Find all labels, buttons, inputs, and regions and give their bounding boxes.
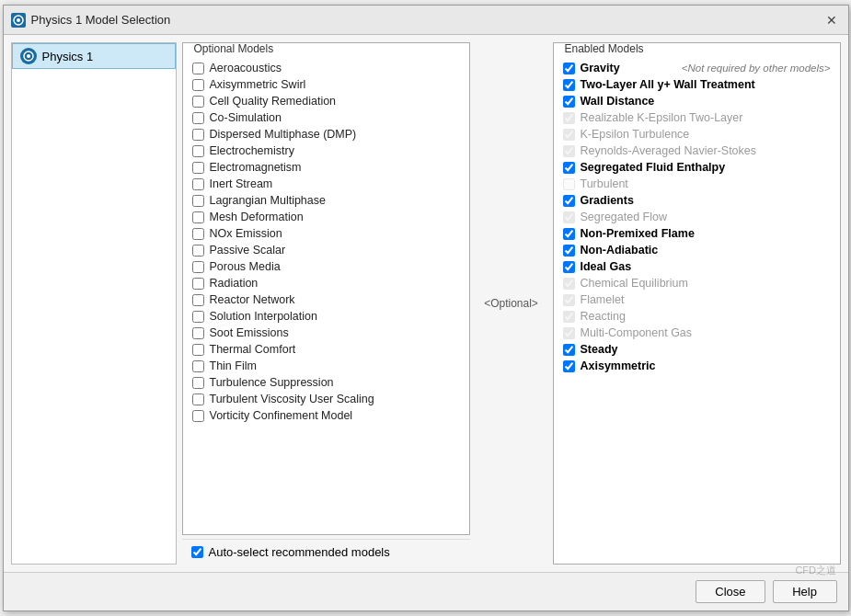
optional-model-item[interactable]: Aeroacoustics xyxy=(183,60,469,76)
optional-model-item[interactable]: Porous Media xyxy=(183,258,469,275)
panels-wrapper: Optional Models AeroacousticsAxisymmetri… xyxy=(182,42,841,565)
close-dialog-button[interactable]: Close xyxy=(696,580,765,603)
enabled-model-checkbox[interactable] xyxy=(563,228,575,240)
optional-model-item[interactable]: Solution Interpolation xyxy=(183,308,469,325)
optional-model-item[interactable]: NOx Emission xyxy=(183,225,469,242)
optional-model-item[interactable]: Cell Quality Remediation xyxy=(183,93,469,109)
optional-model-checkbox[interactable] xyxy=(192,112,204,124)
enabled-model-checkbox[interactable] xyxy=(563,63,575,74)
enabled-model-item[interactable]: Non-Premixed Flame xyxy=(554,225,840,242)
optional-model-label[interactable]: Electrochemistry xyxy=(210,144,294,157)
enabled-model-checkbox[interactable] xyxy=(563,162,575,174)
optional-model-label[interactable]: Cell Quality Remediation xyxy=(210,95,337,108)
optional-model-label[interactable]: NOx Emission xyxy=(210,227,282,240)
optional-model-item[interactable]: Turbulence Suppression xyxy=(183,374,469,391)
enabled-model-label: K-Epsilon Turbulence xyxy=(581,128,690,141)
optional-model-label[interactable]: Passive Scalar xyxy=(210,244,286,257)
optional-models-list: AeroacousticsAxisymmetric SwirlCell Qual… xyxy=(183,56,469,428)
optional-model-checkbox[interactable] xyxy=(192,63,204,74)
optional-model-label[interactable]: Mesh Deformation xyxy=(210,211,304,223)
enabled-model-checkbox[interactable] xyxy=(563,195,575,207)
optional-model-checkbox[interactable] xyxy=(192,211,204,223)
optional-model-label[interactable]: Radiation xyxy=(210,277,259,290)
optional-model-checkbox[interactable] xyxy=(192,145,204,157)
optional-model-checkbox[interactable] xyxy=(192,129,204,141)
optional-model-checkbox[interactable] xyxy=(192,228,204,240)
enabled-model-checkbox[interactable] xyxy=(563,360,575,372)
enabled-model-checkbox[interactable] xyxy=(563,96,575,108)
optional-model-checkbox[interactable] xyxy=(192,162,204,174)
optional-model-item[interactable]: Dispersed Multiphase (DMP) xyxy=(183,126,469,143)
optional-model-item[interactable]: Passive Scalar xyxy=(183,242,469,258)
optional-model-label[interactable]: Turbulence Suppression xyxy=(210,376,334,389)
close-button[interactable]: ✕ xyxy=(822,11,841,29)
optional-model-item[interactable]: Thin Film xyxy=(183,358,469,374)
optional-model-label[interactable]: Turbulent Viscosity User Scaling xyxy=(210,393,374,405)
physics-item[interactable]: Physics 1 xyxy=(12,43,176,69)
enabled-model-item[interactable]: Axisymmetric xyxy=(554,358,840,374)
optional-model-label[interactable]: Reactor Network xyxy=(210,293,295,306)
enabled-models-legend: Enabled Models xyxy=(561,42,648,55)
optional-model-checkbox[interactable] xyxy=(192,360,204,372)
optional-model-checkbox[interactable] xyxy=(192,261,204,273)
enabled-model-item[interactable]: Non-Adiabatic xyxy=(554,242,840,258)
optional-model-item[interactable]: Soot Emissions xyxy=(183,325,469,341)
enabled-model-item[interactable]: Two-Layer All y+ Wall Treatment xyxy=(554,76,840,93)
enabled-model-item[interactable]: Gravity<Not required by other models> xyxy=(554,60,840,76)
enabled-model-checkbox[interactable] xyxy=(563,245,575,257)
enabled-model-label: Ideal Gas xyxy=(581,260,632,273)
optional-model-label[interactable]: Aeroacoustics xyxy=(210,62,282,74)
optional-model-label[interactable]: Thermal Comfort xyxy=(210,343,296,356)
optional-model-label[interactable]: Axisymmetric Swirl xyxy=(210,78,306,91)
optional-model-item[interactable]: Axisymmetric Swirl xyxy=(183,76,469,93)
optional-model-item[interactable]: Electromagnetism xyxy=(183,159,469,176)
optional-model-checkbox[interactable] xyxy=(192,344,204,356)
optional-model-item[interactable]: Electrochemistry xyxy=(183,143,469,159)
optional-model-checkbox[interactable] xyxy=(192,245,204,257)
optional-model-label[interactable]: Porous Media xyxy=(210,260,281,273)
optional-model-checkbox[interactable] xyxy=(192,96,204,108)
enabled-model-item[interactable]: Wall Distance xyxy=(554,93,840,109)
enabled-model-checkbox[interactable] xyxy=(563,261,575,273)
optional-model-label[interactable]: Co-Simulation xyxy=(210,111,282,124)
optional-model-label[interactable]: Electromagnetism xyxy=(210,161,302,174)
enabled-model-item[interactable]: Gradients xyxy=(554,192,840,209)
optional-model-item[interactable]: Thermal Comfort xyxy=(183,341,469,358)
optional-model-label[interactable]: Vorticity Confinement Model xyxy=(210,409,353,422)
optional-model-item[interactable]: Reactor Network xyxy=(183,291,469,308)
optional-model-label[interactable]: Soot Emissions xyxy=(210,326,289,339)
optional-model-checkbox[interactable] xyxy=(192,278,204,290)
enabled-model-item[interactable]: Ideal Gas xyxy=(554,258,840,275)
optional-model-checkbox[interactable] xyxy=(192,327,204,339)
optional-model-label[interactable]: Lagrangian Multiphase xyxy=(210,194,326,207)
optional-model-checkbox[interactable] xyxy=(192,178,204,190)
optional-model-item[interactable]: Turbulent Viscosity User Scaling xyxy=(183,391,469,407)
optional-model-label[interactable]: Solution Interpolation xyxy=(210,310,317,323)
optional-model-item[interactable]: Inert Stream xyxy=(183,176,469,192)
enabled-model-item: Flamelet xyxy=(554,291,840,308)
auto-select-checkbox[interactable] xyxy=(191,546,203,558)
optional-model-item[interactable]: Radiation xyxy=(183,275,469,291)
optional-model-checkbox[interactable] xyxy=(192,195,204,207)
optional-model-checkbox[interactable] xyxy=(192,377,204,389)
enabled-model-item[interactable]: Steady xyxy=(554,341,840,358)
optional-model-checkbox[interactable] xyxy=(192,410,204,422)
optional-model-checkbox[interactable] xyxy=(192,311,204,323)
optional-model-item[interactable]: Vorticity Confinement Model xyxy=(183,407,469,424)
enabled-model-checkbox[interactable] xyxy=(563,344,575,356)
enabled-model-item[interactable]: Segregated Fluid Enthalpy xyxy=(554,159,840,176)
optional-model-label[interactable]: Dispersed Multiphase (DMP) xyxy=(210,128,357,141)
enabled-model-checkbox[interactable] xyxy=(563,79,575,91)
optional-model-label[interactable]: Inert Stream xyxy=(210,177,273,190)
optional-model-item[interactable]: Mesh Deformation xyxy=(183,209,469,225)
optional-model-checkbox[interactable] xyxy=(192,79,204,91)
help-button[interactable]: Help xyxy=(773,580,837,603)
optional-model-checkbox[interactable] xyxy=(192,294,204,306)
optional-model-label[interactable]: Thin Film xyxy=(210,359,257,372)
auto-select-label[interactable]: Auto-select recommended models xyxy=(209,545,390,559)
enabled-model-label: Reynolds-Averaged Navier-Stokes xyxy=(581,144,757,157)
optional-model-item[interactable]: Co-Simulation xyxy=(183,109,469,126)
optional-model-checkbox[interactable] xyxy=(192,394,204,405)
optional-model-item[interactable]: Lagrangian Multiphase xyxy=(183,192,469,209)
svg-point-3 xyxy=(27,54,30,58)
